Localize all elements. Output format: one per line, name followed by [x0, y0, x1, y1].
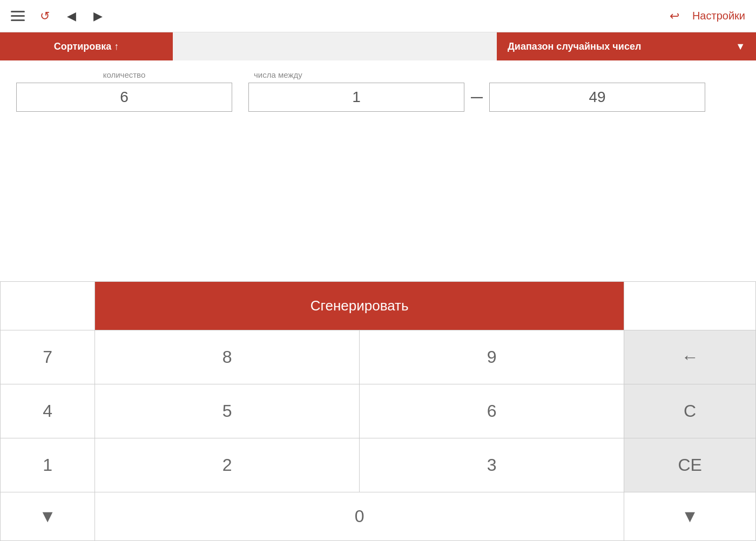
key-2[interactable]: 2: [95, 438, 360, 492]
generate-button[interactable]: Сгенерировать: [95, 282, 624, 330]
range-label: числа между: [248, 70, 705, 79]
tab-range[interactable]: Диапазон случайных чисел ▼: [497, 32, 756, 60]
tab-range-label: Диапазон случайных чисел: [508, 41, 641, 52]
tab-bar: Сортировка ↑ Диапазон случайных чисел ▼: [0, 32, 756, 60]
tab-middle: [173, 32, 497, 60]
quantity-group: количество: [16, 70, 232, 112]
row-789: 7 8 9 ←: [1, 330, 756, 384]
keyboard-area: Сгенерировать 7 8 9 ← 4 5 6 С 1 2 3 CE ▼…: [0, 281, 756, 541]
settings-button[interactable]: Настройки: [692, 10, 745, 22]
row-0: ▼ 0 ▼: [1, 492, 756, 541]
key-0[interactable]: 0: [95, 492, 624, 541]
quantity-input[interactable]: [16, 83, 232, 112]
undo-button[interactable]: ↩: [667, 7, 681, 25]
undo-icon: ↩: [670, 9, 679, 23]
range-dash: —: [471, 90, 483, 104]
keyboard-table: Сгенерировать 7 8 9 ← 4 5 6 С 1 2 3 CE ▼…: [0, 281, 756, 541]
range-inputs: —: [248, 83, 705, 112]
reload-icon: ↺: [40, 9, 50, 23]
range-from-input[interactable]: [248, 83, 464, 112]
row-123: 1 2 3 CE: [1, 438, 756, 492]
tab-sort-label: Сортировка ↑: [54, 41, 119, 52]
key-8[interactable]: 8: [95, 330, 360, 384]
controls-area: количество числа между —: [0, 60, 756, 121]
key-5[interactable]: 5: [95, 384, 360, 438]
toolbar: ↺ ◀ ▶ ↩ Настройки: [0, 0, 756, 32]
toolbar-right: ↩ Настройки: [667, 7, 745, 25]
key-down1[interactable]: ▼: [1, 492, 95, 541]
forward-icon: ▶: [93, 9, 103, 23]
empty-top-right: [624, 282, 756, 330]
chevron-down-icon: ▼: [735, 41, 745, 52]
menu-button[interactable]: [11, 11, 25, 21]
row-456: 4 5 6 С: [1, 384, 756, 438]
key-7[interactable]: 7: [1, 330, 95, 384]
key-3[interactable]: 3: [360, 438, 624, 492]
quantity-label: количество: [16, 70, 232, 79]
reload-button[interactable]: ↺: [38, 7, 52, 25]
back-icon: ◀: [67, 9, 76, 23]
key-9[interactable]: 9: [360, 330, 624, 384]
tab-sort[interactable]: Сортировка ↑: [0, 32, 173, 60]
key-4[interactable]: 4: [1, 384, 95, 438]
forward-button[interactable]: ▶: [91, 7, 105, 25]
back-button[interactable]: ◀: [65, 7, 78, 25]
range-to-input[interactable]: [489, 83, 705, 112]
empty-top-left: [1, 282, 95, 330]
range-group: числа между —: [248, 70, 705, 112]
key-backspace[interactable]: ←: [624, 330, 756, 384]
key-clear-entry[interactable]: CE: [624, 438, 756, 492]
generate-row: Сгенерировать: [1, 282, 756, 330]
key-1[interactable]: 1: [1, 438, 95, 492]
key-6[interactable]: 6: [360, 384, 624, 438]
key-down2[interactable]: ▼: [624, 492, 756, 541]
key-clear[interactable]: С: [624, 384, 756, 438]
toolbar-left: ↺ ◀ ▶: [11, 7, 667, 25]
